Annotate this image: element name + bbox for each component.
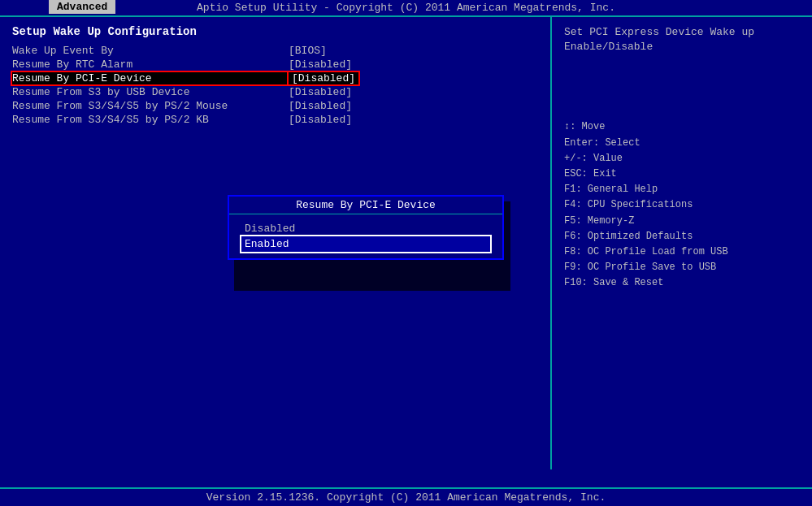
bottom-bar: Version 2.15.1236. Copyright (C) 2011 Am…	[0, 487, 812, 506]
config-value-usb-device: [Disabled]	[289, 86, 352, 98]
popup-title: Resume By PCI-E Device	[229, 197, 502, 214]
popup-overlay: Resume By PCI-E Device Disabled Enabled	[228, 195, 504, 260]
shortcut-f9: F9: OC Profile Save to USB	[564, 260, 800, 275]
help-text: Set PCI Express Device Wake up Enable/Di…	[564, 25, 800, 54]
config-row-wakeup-event[interactable]: Wake Up Event By [BIOS]	[12, 45, 538, 57]
tab-advanced[interactable]: Advanced	[49, 0, 115, 14]
shortcut-enter: Enter: Select	[564, 136, 800, 151]
config-row-usb-device[interactable]: Resume From S3 by USB Device [Disabled]	[12, 86, 538, 98]
section-title: Setup Wake Up Configuration	[12, 25, 538, 38]
right-panel: Set PCI Express Device Wake up Enable/Di…	[552, 17, 812, 469]
top-bar: Advanced Aptio Setup Utility - Copyright…	[0, 0, 812, 17]
popup-option-enabled[interactable]: Enabled	[241, 236, 490, 252]
shortcuts: ↕: Move Enter: Select +/-: Value ESC: Ex…	[564, 119, 800, 291]
shortcut-move: ↕: Move	[564, 119, 800, 135]
shortcut-f6: F6: Optimized Defaults	[564, 229, 800, 244]
config-row-ps2-kb[interactable]: Resume From S3/S4/S5 by PS/2 KB [Disable…	[12, 114, 538, 126]
config-row-pcie-device[interactable]: Resume By PCI-E Device [Disabled]	[12, 72, 538, 84]
shortcut-f8: F8: OC Profile Load from USB	[564, 244, 800, 260]
shortcut-f10: F10: Save & Reset	[564, 275, 800, 291]
title-text: Aptio Setup Utility - Copyright (C) 2011…	[197, 2, 615, 14]
config-value-wakeup-event: [BIOS]	[289, 45, 327, 57]
config-value-pcie-device: [Disabled]	[289, 72, 358, 84]
config-row-rtc-alarm[interactable]: Resume By RTC Alarm [Disabled]	[12, 58, 538, 71]
shortcut-esc: ESC: Exit	[564, 167, 800, 182]
config-label-pcie-device: Resume By PCI-E Device	[12, 72, 289, 84]
config-row-ps2-mouse[interactable]: Resume From S3/S4/S5 by PS/2 Mouse [Disa…	[12, 100, 538, 112]
shortcut-value: +/-: Value	[564, 151, 800, 167]
shortcut-f5: F5: Memory-Z	[564, 214, 800, 229]
config-value-ps2-mouse: [Disabled]	[289, 100, 352, 112]
config-label-ps2-kb: Resume From S3/S4/S5 by PS/2 KB	[12, 114, 289, 126]
config-value-rtc-alarm: [Disabled]	[289, 58, 352, 71]
shortcut-f1: F1: General Help	[564, 182, 800, 197]
config-label-usb-device: Resume From S3 by USB Device	[12, 86, 289, 98]
popup-option-disabled[interactable]: Disabled	[241, 221, 490, 236]
shortcut-f4: F4: CPU Specifications	[564, 197, 800, 213]
config-value-ps2-kb: [Disabled]	[289, 114, 352, 126]
popup-dialog: Resume By PCI-E Device Disabled Enabled	[228, 195, 504, 260]
config-label-wakeup-event: Wake Up Event By	[12, 45, 289, 57]
bottom-bar-text: Version 2.15.1236. Copyright (C) 2011 Am…	[206, 491, 606, 504]
config-label-rtc-alarm: Resume By RTC Alarm	[12, 58, 289, 71]
config-label-ps2-mouse: Resume From S3/S4/S5 by PS/2 Mouse	[12, 100, 289, 112]
popup-body: Disabled Enabled	[229, 214, 502, 258]
